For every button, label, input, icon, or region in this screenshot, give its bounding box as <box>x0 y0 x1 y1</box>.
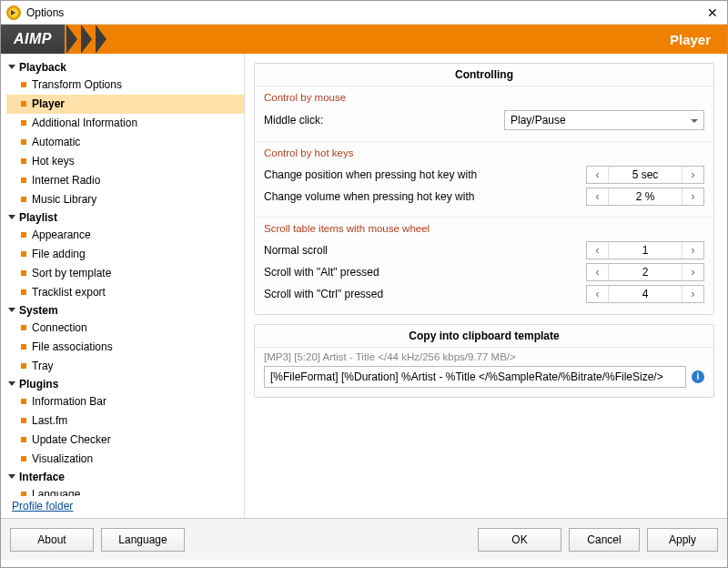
control-by-mouse-title: Control by mouse <box>264 92 704 103</box>
middle-click-label: Middle click: <box>264 114 497 127</box>
tree-item[interactable]: Visualization <box>6 450 244 469</box>
tree-item[interactable]: Information Bar <box>6 392 244 411</box>
tree-item[interactable]: Additional Information <box>6 114 244 133</box>
cancel-button[interactable]: Cancel <box>569 528 640 552</box>
tree-item[interactable]: Tracklist export <box>6 283 244 302</box>
profile-folder-link[interactable]: Profile folder <box>6 496 244 516</box>
chevron-left-icon[interactable]: ‹ <box>587 242 609 259</box>
ok-button[interactable]: OK <box>478 528 561 552</box>
tree-section[interactable]: System <box>6 302 244 319</box>
control-by-hotkeys-group: Control by hot keys Change position when… <box>255 141 713 217</box>
ctrl-scroll-value: 4 <box>609 286 682 302</box>
chevron-left-icon[interactable]: ‹ <box>587 286 609 302</box>
nav-tree: PlaybackTransform OptionsPlayerAdditiona… <box>6 59 244 496</box>
change-position-value: 5 sec <box>609 167 682 183</box>
tree-item[interactable]: File associations <box>6 338 244 357</box>
tree-item[interactable]: Tray <box>6 357 244 376</box>
normal-scroll-spinner[interactable]: ‹ 1 › <box>586 241 704 259</box>
ctrl-scroll-spinner[interactable]: ‹ 4 › <box>586 285 704 303</box>
control-by-hotkeys-title: Control by hot keys <box>264 147 704 158</box>
normal-scroll-value: 1 <box>609 242 682 259</box>
chevron-left-icon[interactable]: ‹ <box>587 188 609 205</box>
app-icon <box>6 5 21 20</box>
normal-scroll-label: Normal scroll <box>264 244 579 257</box>
ctrl-scroll-label: Scroll with "Ctrl" pressed <box>264 288 579 300</box>
chevron-left-icon[interactable]: ‹ <box>587 264 609 280</box>
middle-click-select[interactable]: Play/Pause <box>504 110 704 130</box>
change-volume-label: Change volume when pressing hot key with <box>264 190 579 203</box>
chevron-right-icon[interactable]: › <box>682 188 703 205</box>
tree-item[interactable]: Player <box>6 95 244 114</box>
change-volume-value: 2 % <box>609 188 682 205</box>
tree-item[interactable]: Transform Options <box>6 76 244 95</box>
clipboard-preview: [MP3] [5:20] Artist - Title </44 kHz/256… <box>255 348 713 364</box>
chevron-right-icon[interactable]: › <box>682 167 703 183</box>
middle-click-value: Play/Pause <box>511 114 566 127</box>
change-position-spinner[interactable]: ‹ 5 sec › <box>586 166 704 184</box>
tree-item[interactable]: Appearance <box>6 226 244 245</box>
tree-item[interactable]: File adding <box>6 245 244 264</box>
chevron-decoration <box>65 25 110 54</box>
sidebar: PlaybackTransform OptionsPlayerAdditiona… <box>1 54 245 518</box>
alt-scroll-label: Scroll with "Alt" pressed <box>264 266 579 279</box>
info-icon[interactable]: i <box>692 370 704 383</box>
content-area: Controlling Control by mouse Middle clic… <box>245 54 727 518</box>
tree-item[interactable]: Sort by template <box>6 264 244 283</box>
tree-item[interactable]: Last.fm <box>6 411 244 431</box>
tree-item[interactable]: Internet Radio <box>6 171 244 190</box>
window-title: Options <box>26 6 703 19</box>
scroll-group: Scroll table items with mouse wheel Norm… <box>255 217 713 314</box>
controlling-panel: Controlling Control by mouse Middle clic… <box>254 63 714 315</box>
apply-button[interactable]: Apply <box>647 528 718 552</box>
tree-item[interactable]: Hot keys <box>6 152 244 171</box>
tree-section[interactable]: Interface <box>6 469 244 485</box>
clipboard-panel: Copy into clipboard template [MP3] [5:20… <box>254 324 714 398</box>
close-icon[interactable]: ✕ <box>703 5 722 20</box>
alt-scroll-spinner[interactable]: ‹ 2 › <box>586 263 704 281</box>
tree-item[interactable]: Update Checker <box>6 431 244 450</box>
app-logo: AIMP <box>1 31 65 47</box>
chevron-right-icon[interactable]: › <box>682 264 703 280</box>
clipboard-title: Copy into clipboard template <box>255 325 713 348</box>
tree-item[interactable]: Connection <box>6 319 244 338</box>
tree-item[interactable]: Music Library <box>6 190 244 209</box>
language-button[interactable]: Language <box>101 528 185 552</box>
tree-section[interactable]: Playback <box>6 59 244 76</box>
page-title: Player <box>110 25 727 54</box>
scroll-title: Scroll table items with mouse wheel <box>264 223 704 234</box>
clipboard-template-input[interactable]: [%FileFormat] [%Duration] %Artist - %Tit… <box>264 366 686 388</box>
controlling-title: Controlling <box>255 64 713 86</box>
about-button[interactable]: About <box>10 528 94 552</box>
footer: About Language OK Cancel Apply <box>1 518 727 560</box>
change-position-label: Change position when pressing hot key wi… <box>264 168 579 181</box>
tree-section[interactable]: Plugins <box>6 376 244 392</box>
header-bar: AIMP Player <box>1 25 727 54</box>
change-volume-spinner[interactable]: ‹ 2 % › <box>586 188 704 206</box>
tree-item[interactable]: Automatic <box>6 133 244 152</box>
title-bar: Options ✕ <box>1 1 727 25</box>
tree-section[interactable]: Playlist <box>6 209 244 226</box>
control-by-mouse-group: Control by mouse Middle click: Play/Paus… <box>255 86 713 141</box>
chevron-left-icon[interactable]: ‹ <box>587 167 609 183</box>
tree-item[interactable]: Language <box>6 485 244 496</box>
chevron-right-icon[interactable]: › <box>682 286 703 302</box>
alt-scroll-value: 2 <box>609 264 682 280</box>
chevron-right-icon[interactable]: › <box>682 242 703 259</box>
